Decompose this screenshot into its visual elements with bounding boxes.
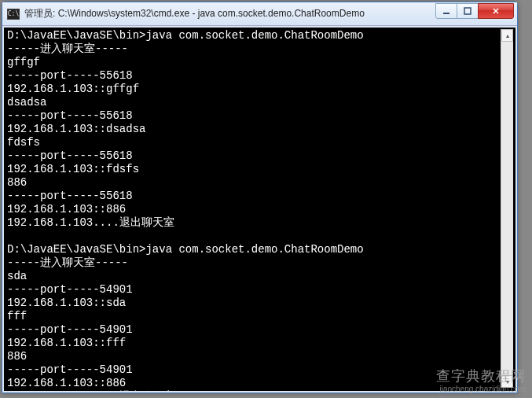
maximize-icon [464,7,471,15]
close-button[interactable] [478,3,514,19]
titlebar[interactable]: C:\ 管理员: C:\Windows\system32\cmd.exe - j… [2,2,517,26]
scroll-track[interactable] [501,42,513,375]
window-controls [436,3,514,19]
cmd-icon-label: C:\ [8,10,19,17]
minimize-icon [442,7,450,15]
svg-rect-0 [443,13,449,14]
cmd-icon: C:\ [7,9,20,20]
scrollbar[interactable]: ▴ ▾ [501,29,513,388]
minimize-button[interactable] [435,3,457,19]
scroll-down-button[interactable]: ▾ [501,375,513,388]
svg-rect-1 [464,8,471,14]
maximize-button[interactable] [457,3,479,19]
console-output[interactable]: D:\JavaEE\JavaSE\bin>java com.socket.dem… [2,26,517,392]
close-icon [492,7,500,15]
cmd-window: C:\ 管理员: C:\Windows\system32\cmd.exe - j… [2,2,518,393]
scroll-up-button[interactable]: ▴ [501,29,513,42]
window-title: 管理员: C:\Windows\system32\cmd.exe - java … [24,7,436,20]
